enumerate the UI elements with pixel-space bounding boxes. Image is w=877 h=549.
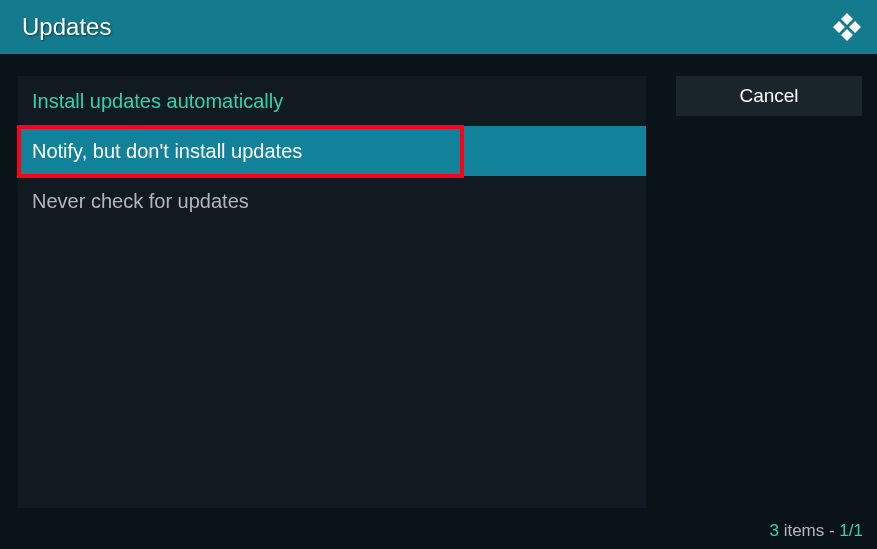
- option-label: Notify, but don't install updates: [32, 140, 302, 163]
- cancel-button[interactable]: Cancel: [676, 76, 862, 116]
- option-notify-only[interactable]: Notify, but don't install updates: [18, 126, 646, 176]
- option-label: Install updates automatically: [32, 90, 283, 113]
- updates-dialog: Updates Install updates automatically No…: [0, 0, 877, 549]
- options-list: Install updates automatically Notify, bu…: [18, 76, 646, 508]
- option-label: Never check for updates: [32, 190, 249, 213]
- option-install-auto[interactable]: Install updates automatically: [18, 76, 646, 126]
- option-never-check[interactable]: Never check for updates: [18, 176, 646, 226]
- cancel-label: Cancel: [739, 85, 798, 107]
- side-panel: Cancel: [646, 76, 862, 521]
- dialog-title: Updates: [22, 13, 111, 41]
- item-count: 3: [769, 521, 778, 540]
- dialog-content: Install updates automatically Notify, bu…: [0, 54, 877, 521]
- titlebar: Updates: [0, 0, 877, 54]
- page-indicator: 1/1: [839, 521, 863, 540]
- kodi-logo-icon: [831, 11, 863, 43]
- footer-status: 3 items - 1/1: [769, 521, 877, 549]
- separator: -: [829, 521, 839, 540]
- items-label: items: [784, 521, 829, 540]
